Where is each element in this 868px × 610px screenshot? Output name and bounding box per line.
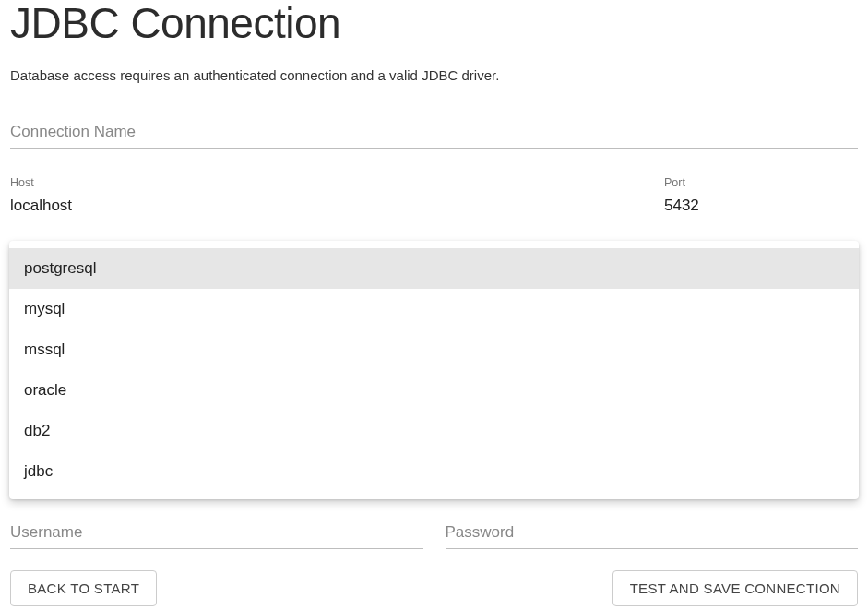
back-button[interactable]: BACK TO START [10, 570, 157, 606]
dropdown-option-mysql[interactable]: mysql [9, 289, 859, 329]
username-field: Username [10, 520, 423, 549]
page-title: JDBC Connection [10, 0, 858, 47]
host-label: Host [10, 176, 642, 189]
port-input[interactable] [664, 193, 858, 221]
connection-name-field: Connection Name [10, 120, 858, 149]
dropdown-option-mssql[interactable]: mssql [9, 329, 859, 370]
username-input[interactable] [10, 520, 423, 549]
test-save-button[interactable]: TEST AND SAVE CONNECTION [612, 570, 858, 606]
host-field: Host [10, 176, 642, 221]
page-subtitle: Database access requires an authenticate… [10, 67, 858, 83]
dropdown-option-postgresql[interactable]: postgresql [9, 248, 859, 289]
dropdown-option-oracle[interactable]: oracle [9, 370, 859, 411]
port-field: Port [664, 176, 858, 221]
connection-name-input[interactable] [10, 120, 858, 149]
database-type-dropdown[interactable]: postgresql mysql mssql oracle db2 jdbc [9, 241, 859, 499]
dropdown-option-db2[interactable]: db2 [9, 411, 859, 451]
port-label: Port [664, 176, 858, 189]
host-input[interactable] [10, 193, 642, 221]
password-input[interactable] [446, 520, 859, 549]
dropdown-option-jdbc[interactable]: jdbc [9, 451, 859, 492]
password-field: Password [446, 520, 859, 549]
